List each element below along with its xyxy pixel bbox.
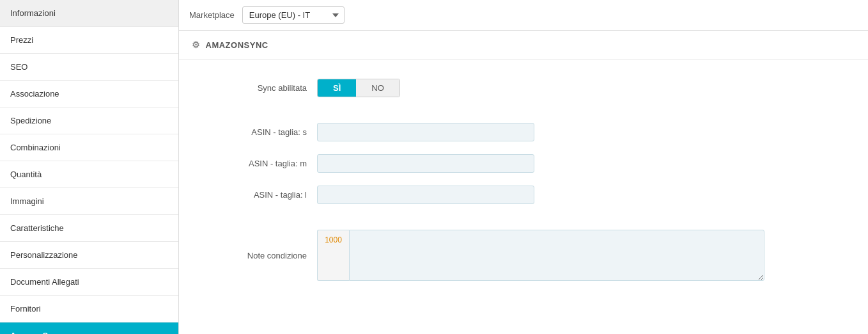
asin-m-row: ASIN - taglia: m <box>179 148 868 179</box>
sidebar-item-caratteristiche[interactable]: Caratteristiche <box>0 215 178 242</box>
asin-m-label: ASIN - taglia: m <box>205 159 307 168</box>
sidebar-item-seo[interactable]: SEO <box>0 54 178 81</box>
marketplace-select[interactable]: Europe (EU) - ITEurope (EU) - DEEurope (… <box>242 6 345 24</box>
sidebar-item-quantita[interactable]: Quantità <box>0 161 178 188</box>
asin-l-row: ASIN - taglia: l <box>179 179 868 211</box>
note-condizione-row: Note condizione 1000 <box>179 223 868 287</box>
section-title-row: ⚙ AMAZONSYNC <box>192 40 855 50</box>
asin-l-input[interactable] <box>317 186 534 204</box>
textarea-group: 1000 <box>317 230 764 281</box>
sidebar: InformazioniPrezziSEOAssociazioneSpedizi… <box>0 0 179 334</box>
sidebar-item-associazione[interactable]: Associazione <box>0 81 178 107</box>
sidebar-item-spedizione[interactable]: Spedizione <box>0 107 178 134</box>
marketplace-label: Marketplace <box>189 10 235 20</box>
toggle-no-button[interactable]: NO <box>356 79 399 97</box>
sidebar-item-fornitori[interactable]: Fornitori <box>0 296 178 322</box>
asin-s-input[interactable] <box>317 123 534 141</box>
sidebar-item-combinazioni[interactable]: Combinazioni <box>0 134 178 161</box>
section-title: AMAZONSYNC <box>206 40 268 50</box>
sync-label: Sync abilitata <box>205 83 307 93</box>
asin-s-label: ASIN - taglia: s <box>205 127 307 137</box>
sidebar-item-amazonsync[interactable]: AmazonSync <box>0 322 178 334</box>
sync-abilitata-row: Sync abilitata SÌ NO <box>179 72 868 104</box>
asin-l-label: ASIN - taglia: l <box>205 190 307 200</box>
note-textarea[interactable] <box>349 230 764 281</box>
sidebar-item-informazioni[interactable]: Informazioni <box>0 0 178 27</box>
toggle-si-button[interactable]: SÌ <box>318 79 356 97</box>
char-count: 1000 <box>317 230 349 281</box>
sidebar-item-immagini[interactable]: Immagini <box>0 188 178 215</box>
form-area: Sync abilitata SÌ NO ASIN - taglia: s AS… <box>179 60 868 300</box>
asin-m-input[interactable] <box>317 154 534 173</box>
main-content: Marketplace Europe (EU) - ITEurope (EU) … <box>179 0 868 334</box>
sidebar-item-personalizzazione[interactable]: Personalizzazione <box>0 242 178 269</box>
sidebar-item-documenti-allegati[interactable]: Documenti Allegati <box>0 269 178 296</box>
note-label: Note condizione <box>205 251 307 260</box>
topbar: Marketplace Europe (EU) - ITEurope (EU) … <box>179 0 868 31</box>
amazonsync-section-header: ⚙ AMAZONSYNC <box>179 31 868 60</box>
toggle-group: SÌ NO <box>317 79 400 97</box>
gear-icon: ⚙ <box>192 40 201 50</box>
asin-s-row: ASIN - taglia: s <box>179 116 868 148</box>
sidebar-item-prezzi[interactable]: Prezzi <box>0 27 178 54</box>
